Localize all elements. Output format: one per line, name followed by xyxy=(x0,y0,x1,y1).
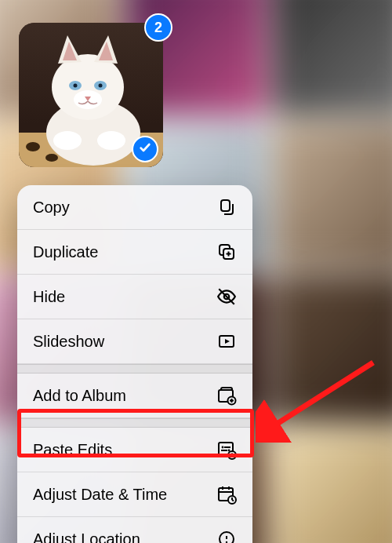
add-to-album-icon xyxy=(216,385,237,406)
menu-item-label: Add to Album xyxy=(33,387,126,405)
bg-tile xyxy=(273,274,392,422)
menu-item-adjust-location[interactable]: Adjust Location xyxy=(17,517,252,543)
svg-point-11 xyxy=(52,54,124,120)
menu-item-label: Paste Edits xyxy=(33,441,112,459)
bg-tile xyxy=(273,428,392,543)
menu-item-label: Adjust Date & Time xyxy=(33,486,167,504)
hide-icon xyxy=(216,286,237,307)
menu-item-label: Hide xyxy=(33,288,65,306)
menu-item-slideshow[interactable]: Slideshow xyxy=(17,319,252,364)
adjust-location-icon xyxy=(216,529,237,543)
svg-point-3 xyxy=(45,154,58,162)
bg-tile xyxy=(273,121,392,269)
svg-rect-17 xyxy=(221,200,230,211)
checkmark-icon xyxy=(139,141,151,157)
paste-edits-icon xyxy=(216,439,237,460)
menu-item-add-to-album[interactable]: Add to Album xyxy=(17,374,252,418)
menu-separator xyxy=(17,364,252,374)
adjust-date-time-icon xyxy=(216,484,237,505)
slideshow-icon xyxy=(216,331,237,352)
svg-point-2 xyxy=(26,142,40,151)
svg-line-44 xyxy=(232,500,234,501)
svg-marker-25 xyxy=(225,339,230,344)
svg-point-16 xyxy=(99,84,103,88)
menu-item-label: Copy xyxy=(33,199,70,217)
menu-item-copy[interactable]: Copy xyxy=(17,185,252,230)
menu-item-label: Slideshow xyxy=(33,333,104,351)
selected-checkmark-badge xyxy=(132,136,158,162)
copy-icon xyxy=(216,197,237,217)
menu-separator xyxy=(17,418,252,428)
svg-point-31 xyxy=(222,446,224,449)
selection-count-badge: 2 xyxy=(144,13,172,42)
bg-tile xyxy=(273,0,392,115)
selection-count-value: 2 xyxy=(154,20,162,36)
menu-item-label: Duplicate xyxy=(33,243,98,261)
svg-point-9 xyxy=(53,131,82,150)
menu-item-adjust-date-time[interactable]: Adjust Date & Time xyxy=(17,472,252,517)
menu-item-duplicate[interactable]: Duplicate xyxy=(17,230,252,275)
menu-item-hide[interactable]: Hide xyxy=(17,275,252,319)
svg-point-15 xyxy=(74,84,78,88)
duplicate-icon xyxy=(216,242,237,262)
menu-item-label: Adjust Location xyxy=(33,530,140,544)
svg-point-10 xyxy=(97,131,125,150)
selected-photo-preview[interactable]: 2 xyxy=(19,23,163,167)
photo-context-menu: Copy Duplicate Hide Slideshow Add to Alb… xyxy=(17,185,252,543)
menu-item-paste-edits[interactable]: Paste Edits xyxy=(17,428,252,472)
